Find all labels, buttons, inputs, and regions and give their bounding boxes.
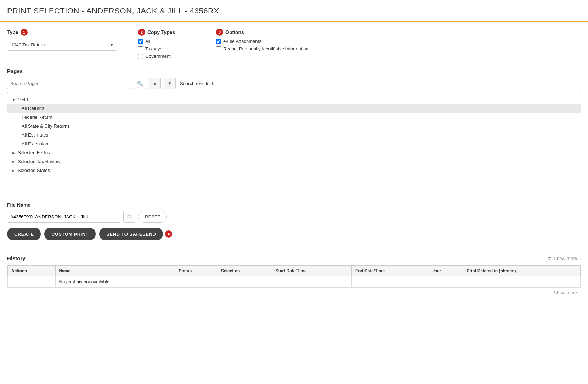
copy-type-all[interactable]: All bbox=[138, 39, 195, 44]
reset-button-label: RESET bbox=[145, 214, 160, 219]
filename-copy-button[interactable]: 📋 bbox=[123, 211, 135, 223]
tree-item-extensions-label: All Extensions bbox=[22, 141, 51, 146]
copy-type-government[interactable]: Government bbox=[138, 54, 195, 59]
tree-item-selected-states[interactable]: ► Selected States bbox=[7, 166, 581, 175]
dropdown-arrow-icon: ▾ bbox=[107, 39, 117, 50]
options-label-text: Options bbox=[225, 29, 244, 35]
search-results: Search results: 0 bbox=[180, 81, 215, 86]
prev-result-button[interactable]: ▲ bbox=[149, 78, 161, 89]
up-arrow-icon: ▲ bbox=[152, 81, 157, 86]
pages-tree[interactable]: ▼ 1040 All Returns Federal Return All St… bbox=[7, 92, 581, 196]
tree-item-federal-return[interactable]: Federal Return bbox=[7, 113, 581, 122]
send-to-safesend-button[interactable]: SEND TO SAFESEND bbox=[99, 228, 163, 240]
type-label-text: Type bbox=[7, 29, 18, 35]
cell-user bbox=[428, 276, 463, 288]
type-dropdown[interactable]: 1040 Tax Return ▾ bbox=[7, 39, 117, 51]
show-more-bottom-label: Show more... bbox=[554, 290, 581, 295]
col-user: User bbox=[428, 266, 463, 276]
filename-input[interactable] bbox=[7, 211, 120, 223]
expand-icon-states: ► bbox=[12, 168, 16, 173]
next-result-button[interactable]: ▼ bbox=[164, 78, 176, 89]
history-header: History ▿ Show more... bbox=[7, 255, 581, 262]
filename-section: File Name 📋 RESET bbox=[7, 202, 581, 223]
option-redact-label: Redact Personally Identifiable Informati… bbox=[223, 46, 309, 51]
create-button[interactable]: CREATE bbox=[7, 228, 41, 240]
cell-actions bbox=[8, 276, 56, 288]
page-title: PRINT SELECTION - ANDERSON, JACK & JILL … bbox=[7, 6, 581, 16]
col-end-date: End Date/Time bbox=[351, 266, 428, 276]
col-selection: Selection bbox=[217, 266, 272, 276]
copy-types-label: 2 Copy Types bbox=[138, 29, 195, 36]
option-efile-checkbox[interactable] bbox=[216, 39, 221, 44]
cell-selection bbox=[217, 276, 272, 288]
copy-types-section: 2 Copy Types All Taxpayer Government bbox=[138, 29, 195, 61]
reset-button[interactable]: RESET bbox=[138, 211, 167, 223]
tree-item-1040[interactable]: ▼ 1040 bbox=[7, 95, 581, 104]
copy-types-badge: 2 bbox=[138, 29, 145, 36]
custom-print-button[interactable]: CUSTOM PRINT bbox=[44, 228, 96, 240]
send-badge: 4 bbox=[165, 230, 172, 238]
tree-item-selected-federal[interactable]: ► Selected Federal bbox=[7, 148, 581, 157]
expand-icon-tax-review: ► bbox=[12, 160, 16, 164]
search-button[interactable]: 🔍 bbox=[134, 78, 146, 89]
col-start-date: Start Date/Time bbox=[272, 266, 351, 276]
search-input[interactable] bbox=[7, 78, 131, 89]
option-redact-checkbox[interactable] bbox=[216, 46, 221, 51]
copy-type-all-checkbox[interactable] bbox=[138, 39, 143, 44]
type-section: Type 1 1040 Tax Return ▾ bbox=[7, 29, 117, 51]
cell-end-date bbox=[351, 276, 428, 288]
copy-type-government-checkbox[interactable] bbox=[138, 54, 143, 59]
tree-item-selected-tax-review[interactable]: ► Selected Tax Review bbox=[7, 157, 581, 166]
table-row: No print history available bbox=[8, 276, 581, 288]
type-dropdown-value: 1040 Tax Return bbox=[7, 42, 107, 48]
cell-start-date bbox=[272, 276, 351, 288]
tree-item-state-city[interactable]: All State & City Returns bbox=[7, 122, 581, 130]
cell-name: No print history available bbox=[55, 276, 175, 288]
copy-type-taxpayer-label: Taxpayer bbox=[145, 46, 164, 51]
pages-title: Pages bbox=[7, 68, 581, 74]
history-table: Actions Name Status Selection Start Date… bbox=[7, 266, 581, 288]
copy-type-taxpayer-checkbox[interactable] bbox=[138, 46, 143, 51]
options-badge: 3 bbox=[216, 29, 223, 36]
option-efile-label: e-File Attachments bbox=[223, 39, 261, 44]
col-print-deleted: Print Deleted in (hh:mm) bbox=[463, 266, 581, 276]
col-name: Name bbox=[55, 266, 175, 276]
section-divider bbox=[7, 249, 581, 249]
tree-item-all-returns[interactable]: All Returns bbox=[7, 104, 581, 113]
type-badge: 1 bbox=[21, 29, 28, 36]
options-section: 3 Options e-File Attachments Redact Pers… bbox=[216, 29, 315, 54]
history-table-body: No print history available bbox=[8, 276, 581, 288]
type-label: Type 1 bbox=[7, 29, 117, 36]
search-row: 🔍 ▲ ▼ Search results: 0 bbox=[7, 78, 581, 89]
tree-item-state-city-label: All State & City Returns bbox=[22, 123, 70, 129]
pages-section: Pages 🔍 ▲ ▼ Search results: 0 bbox=[7, 68, 581, 196]
copy-type-taxpayer[interactable]: Taxpayer bbox=[138, 46, 195, 51]
search-icon: 🔍 bbox=[137, 81, 143, 86]
tree-item-selected-federal-label: Selected Federal bbox=[18, 150, 52, 155]
history-table-wrapper[interactable]: Actions Name Status Selection Start Date… bbox=[7, 265, 581, 288]
tree-item-estimates-label: All Estimates bbox=[22, 132, 48, 138]
tree-item-extensions[interactable]: All Extensions bbox=[7, 139, 581, 148]
copy-type-government-label: Government bbox=[145, 54, 171, 59]
tree-root: ▼ 1040 All Returns Federal Return All St… bbox=[7, 92, 581, 178]
history-section: History ▿ Show more... Actions Name Stat… bbox=[7, 255, 581, 302]
show-more-top-link[interactable]: Show more... bbox=[554, 256, 581, 261]
col-status: Status bbox=[175, 266, 217, 276]
col-actions: Actions bbox=[8, 266, 56, 276]
filename-row: 📋 RESET bbox=[7, 211, 581, 223]
history-controls: ▿ Show more... bbox=[548, 255, 581, 262]
search-results-label: Search results: bbox=[180, 81, 211, 86]
show-more-bottom[interactable]: Show more... bbox=[7, 290, 581, 295]
options-label: 3 Options bbox=[216, 29, 315, 36]
tree-item-estimates[interactable]: All Estimates bbox=[7, 130, 581, 139]
page-header: PRINT SELECTION - ANDERSON, JACK & JILL … bbox=[0, 0, 588, 22]
history-table-head: Actions Name Status Selection Start Date… bbox=[8, 266, 581, 276]
filter-icon[interactable]: ▿ bbox=[548, 255, 551, 262]
tree-item-all-returns-label: All Returns bbox=[22, 106, 44, 111]
cell-status bbox=[175, 276, 217, 288]
tree-item-1040-label: 1040 bbox=[18, 97, 28, 102]
tree-item-selected-states-label: Selected States bbox=[18, 168, 50, 173]
copy-types-label-text: Copy Types bbox=[147, 29, 175, 35]
option-redact[interactable]: Redact Personally Identifiable Informati… bbox=[216, 46, 315, 51]
option-efile[interactable]: e-File Attachments bbox=[216, 39, 315, 44]
